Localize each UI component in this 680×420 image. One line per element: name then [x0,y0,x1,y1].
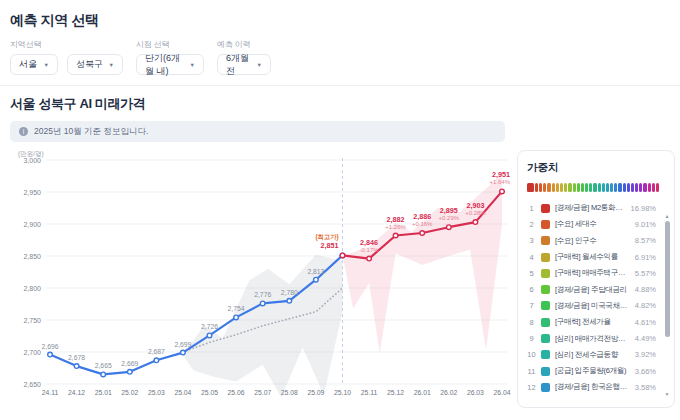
price-forecast-chart[interactable]: (만원/평)3,0002,9502,9002,8502,8002,7502,70… [10,146,514,408]
actual-point-marker[interactable] [181,350,186,355]
weight-label: [경제/금융] 미국국채10년물 [555,301,630,311]
weights-list[interactable]: 1[경제/금융] M2통화량대비시가총액16.98%2[수요] 세대수9.01%… [527,200,665,396]
actual-point-marker[interactable] [234,315,239,320]
weight-rank: 10 [527,350,536,359]
x-axis-tick: 25.05 [201,389,218,396]
gradient-segment [610,183,613,192]
forecast-point-marker[interactable] [500,189,505,194]
x-axis-tick: 25.10 [334,389,351,396]
weight-percent: 3.58% [635,383,656,392]
region-filter-label: 지역선택 [10,39,123,50]
region-district-value: 성북구 [76,58,103,71]
actual-point-label: 2,696 [41,343,58,350]
weight-color-swatch [541,269,550,278]
forecast-point-label: 2,903 [466,201,484,210]
gradient-segment [589,183,592,192]
actual-point-marker[interactable] [101,372,106,377]
chart-canvas[interactable]: (만원/평)3,0002,9502,9002,8502,8002,7502,70… [10,146,514,398]
weight-label: [경제/금융] 한국은행경기선행지수 [555,382,630,392]
y-axis-tick: 2,650 [23,381,41,388]
weight-rank: 6 [527,285,536,294]
weight-label: [수요] 인구수 [555,236,630,246]
forecast-point-marker[interactable] [340,253,345,258]
weight-rank: 2 [527,220,536,229]
scroll-up-icon[interactable]: ▲ [665,213,670,220]
period-filter-label: 시점 선택 [136,39,204,50]
history-filter-label: 예측 이력 [217,39,271,50]
gradient-segment [598,183,601,192]
forecast-point-marker[interactable] [447,225,452,230]
weight-percent: 4.61% [635,318,656,327]
gradient-segment [602,183,605,192]
weights-scrollbar[interactable]: ▲ ▼ [663,213,671,398]
gradient-segment [635,183,638,192]
gradient-segment [643,183,646,192]
region-district-select[interactable]: 성북구 ▼ [67,54,123,75]
forecast-pct-label: -0.17% [360,247,380,253]
app-title: 예측 지역 선택 [10,12,670,30]
actual-point-marker[interactable] [207,333,212,338]
scrollbar-thumb[interactable] [665,221,670,337]
forecast-point-marker[interactable] [473,220,478,225]
gradient-segment [577,183,580,192]
weight-item: 8[구매력] 전세가율4.61% [527,314,656,330]
actual-point-marker[interactable] [48,352,53,357]
actual-point-marker[interactable] [128,370,133,375]
x-axis-tick: 25.08 [281,389,298,396]
weight-label: [심리] 매매가격전망지수 [555,334,630,344]
weight-item: 9[심리] 매매가격전망지수4.49% [527,330,656,346]
actual-point-marker[interactable] [314,277,319,282]
forecast-point-label: 2,882 [387,215,405,224]
weight-percent: 3.66% [635,367,656,376]
weight-percent: 3.92% [635,350,656,359]
weight-rank: 5 [527,269,536,278]
page-title: 서울 성북구 AI 미래가격 [10,95,670,113]
gradient-segment [573,183,576,192]
filters-row: 지역선택 서울 ▼ 성북구 ▼ 시점 선택 단기(6개월 내) [10,39,670,75]
forecast-point-marker[interactable] [420,231,425,236]
weight-item: 11[공급] 입주물량(6개월)3.66% [527,363,656,379]
actual-point-label: 2,813 [307,268,324,275]
info-icon: i [19,127,28,136]
weight-item: 5[구매력] 매매주택구입부담지수5.57% [527,265,656,281]
forecast-pct-label: +1.64% [489,179,510,185]
forecast-point-label: 2,951 [492,170,510,179]
gradient-segment [539,183,542,192]
actual-point-label: 2,776 [254,291,271,298]
peak-label: (최고가) [315,233,338,241]
weight-percent: 8.57% [635,236,656,245]
forecast-pct-label: +0.29% [439,215,460,221]
forecast-point-marker[interactable] [393,233,398,238]
notice-banner: i 2025년 10월 기준 정보입니다. [10,121,505,142]
region-filter-group: 지역선택 서울 ▼ 성북구 ▼ [10,39,123,75]
weight-rank: 4 [527,253,536,262]
forecast-point-marker[interactable] [367,256,372,261]
y-axis-tick: 2,800 [23,285,41,292]
actual-point-marker[interactable] [287,299,292,304]
weight-item: 10[심리] 전세수급동향3.92% [527,347,656,363]
weight-item: 2[수요] 세대수9.01% [527,216,656,232]
weight-percent: 4.82% [635,301,656,310]
y-axis-tick: 2,950 [23,189,41,196]
weight-rank: 9 [527,334,536,343]
weight-percent: 4.88% [635,285,656,294]
weight-percent: 5.57% [635,269,656,278]
actual-point-marker[interactable] [74,364,79,369]
history-select[interactable]: 6개월 전 ▼ [217,54,271,75]
gradient-segment [543,183,546,192]
scroll-down-icon[interactable]: ▼ [665,391,670,398]
period-select[interactable]: 단기(6개월 내) ▼ [136,54,204,75]
actual-point-marker[interactable] [154,358,159,363]
actual-point-marker[interactable] [260,301,265,306]
weight-color-swatch [541,334,550,343]
weight-label: [공급] 입주물량(6개월) [555,366,630,376]
page: 예측 지역 선택 지역선택 서울 ▼ 성북구 ▼ 시점 선택 [0,0,680,420]
weight-rank: 8 [527,318,536,327]
actual-point-label: 2,699 [174,341,191,348]
y-axis-tick: 3,000 [23,157,41,164]
x-axis-tick: 25.11 [361,389,378,396]
gradient-segment [639,183,642,192]
region-city-select[interactable]: 서울 ▼ [10,54,58,75]
weight-color-swatch [541,301,550,310]
gradient-segment [535,183,538,192]
